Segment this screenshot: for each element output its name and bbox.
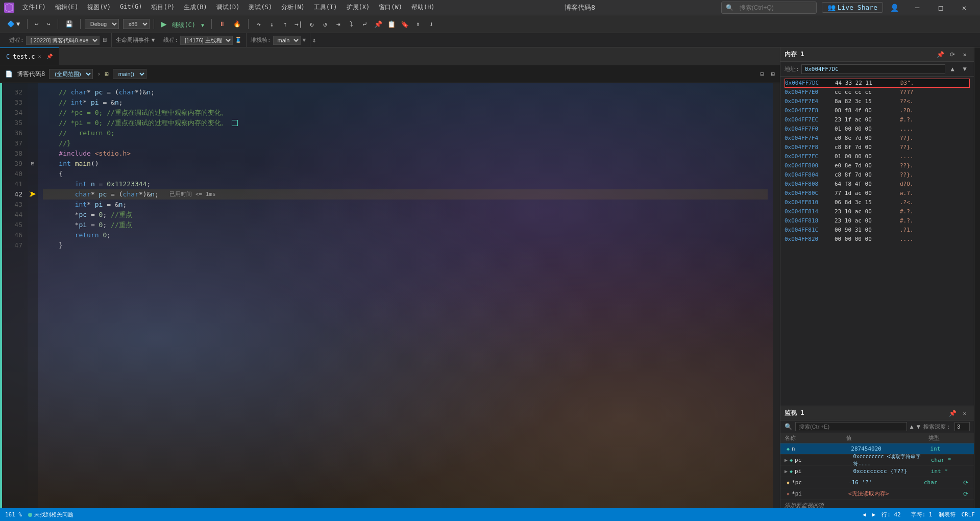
watch-panel-header: 监视 1 📌 ✕ — [780, 406, 974, 420]
stack-expand-icon[interactable]: ⇕ — [312, 37, 316, 44]
step-over-button[interactable]: ↷ — [253, 18, 265, 30]
scroll-right-btn[interactable]: ▶ — [872, 511, 876, 518]
debug-more-1[interactable]: ↻ — [306, 18, 318, 30]
redo-button[interactable]: ↪ — [43, 19, 53, 29]
debug-more-10[interactable]: ⬇ — [425, 18, 437, 30]
user-profile-button[interactable]: 👤 — [888, 2, 900, 14]
close-button[interactable]: ✕ — [952, 0, 976, 15]
restart-button[interactable]: 🔥 — [230, 19, 244, 29]
debug-more-4[interactable]: ⤵ — [346, 18, 358, 30]
menu-window[interactable]: 窗口(W) — [375, 2, 406, 13]
debug-more-2[interactable]: ↺ — [319, 18, 331, 30]
new-project-button[interactable]: 🔷 ▼ — [4, 19, 23, 29]
tab-info[interactable]: 制表符 — [939, 511, 955, 518]
watch-expand-pc[interactable]: ▶ — [785, 457, 788, 463]
menu-project[interactable]: 项目(P) — [147, 2, 179, 13]
mem-addr-16: 0x004FF81C — [785, 226, 830, 235]
watch-item-deref-pi[interactable]: ✕ *pi <无法读取内存> ⟳ — [780, 488, 974, 500]
debug-more-6[interactable]: 📌 — [372, 18, 384, 30]
zoom-level[interactable]: 161 % — [5, 511, 22, 518]
memory-content[interactable]: 0x004FF7DC 44 33 22 11 D3". 0x004FF7E0 c… — [780, 77, 974, 406]
watch-refresh-deref-pi[interactable]: ⟳ — [962, 490, 970, 498]
memory-address-input[interactable] — [801, 64, 945, 74]
row-col-info[interactable]: 行: 42 字符: 1 — [881, 511, 932, 518]
tab-test-c[interactable]: C test.c ✕ 📌 — [0, 47, 59, 65]
process-label: 进程: — [9, 36, 24, 44]
continue-button[interactable]: ▶ 继续(C) ▼ — [158, 18, 207, 30]
mem-bytes-5: 01 00 00 00 — [835, 125, 896, 134]
debug-more-7[interactable]: 📋 — [385, 18, 398, 30]
code-content[interactable]: // char* pc = (char*)&n; // int* pi = &n… — [38, 83, 773, 508]
stack-select[interactable]: main — [273, 36, 301, 45]
memory-refresh-button[interactable]: ⟳ — [947, 49, 958, 60]
tab-pin-button[interactable]: 📌 — [46, 54, 53, 59]
debug-more-3[interactable]: ⇥ — [332, 18, 345, 30]
memory-nav-up-button[interactable]: ▲ — [947, 64, 958, 74]
watch-refresh-deref-pc[interactable]: ⟳ — [962, 479, 970, 487]
watch-add-item[interactable]: 添加要监视的项 — [780, 500, 974, 508]
menu-git[interactable]: Git(G) — [116, 2, 146, 13]
menu-view[interactable]: 视图(V) — [83, 2, 115, 13]
stack-label: 堆栈帧: — [251, 36, 271, 44]
debug-config-select[interactable]: Debug — [85, 19, 119, 29]
menu-help[interactable]: 帮助(H) — [407, 2, 439, 13]
debug-more-9[interactable]: ⬆ — [412, 18, 424, 30]
tab-close-button[interactable]: ✕ — [38, 54, 41, 59]
minimize-button[interactable]: ─ — [905, 0, 929, 15]
watch-name-deref-pc: *pc — [792, 479, 848, 486]
mem-row-12: 0x004FF80C 77 1d ac 00 w.?. — [785, 189, 970, 198]
watch-val-deref-pc: -16 '?' — [848, 479, 924, 486]
collapse-all-button[interactable]: ⊟ — [761, 70, 764, 78]
undo-button[interactable]: ↩ — [32, 19, 41, 29]
watch-panel-actions: 📌 ✕ — [947, 408, 970, 418]
debug-more-8[interactable]: 🔖 — [399, 18, 411, 30]
debug-more-5[interactable]: ⤶ — [359, 18, 371, 30]
step-out-button[interactable]: ↑ — [279, 18, 291, 30]
menu-tools[interactable]: 工具(T) — [310, 2, 341, 13]
title-search-input[interactable] — [736, 3, 812, 12]
mem-chars-17: .... — [900, 235, 914, 244]
menu-build[interactable]: 生成(B) — [180, 2, 211, 13]
run-to-cursor-button[interactable]: →| — [292, 18, 305, 30]
menu-test[interactable]: 测试(S) — [244, 2, 276, 13]
search-up-button[interactable]: ▲ — [910, 423, 914, 430]
watch-item-pc[interactable]: ▶ ◆ pc 0xcccccccc <读取字符串字符-... char * — [780, 455, 974, 466]
menu-file[interactable]: 文件(F) — [18, 2, 50, 13]
memory-pin-button[interactable]: 📌 — [935, 49, 945, 60]
menu-edit[interactable]: 编辑(E) — [51, 2, 83, 13]
watch-item-pi[interactable]: ▶ ◆ pi 0xcccccccc {???} int * — [780, 466, 974, 477]
watch-item-deref-pc[interactable]: ◆ *pc -16 '?' char ⟳ — [780, 477, 974, 488]
editor-scrollbar[interactable] — [773, 83, 780, 508]
toolbar-separator-5 — [211, 19, 212, 29]
expand-icon-39[interactable]: ⊟ — [31, 159, 35, 169]
arch-select[interactable]: x86 — [123, 19, 150, 29]
watch-close-button[interactable]: ✕ — [960, 408, 970, 418]
split-editor-button[interactable]: ⊞ — [771, 70, 775, 78]
watch-search-input[interactable] — [795, 422, 907, 431]
save-button[interactable]: 💾 — [62, 19, 76, 29]
menu-extensions[interactable]: 扩展(X) — [342, 2, 374, 13]
line-num-45: 45 — [2, 220, 28, 230]
search-down-button[interactable]: ▼ — [917, 423, 920, 430]
line-ending-info[interactable]: CRLF — [962, 511, 975, 518]
status-right: ◀ ▶ 行: 42 字符: 1 制表符 CRLF — [863, 511, 975, 518]
memory-nav-down-button[interactable]: ▼ — [960, 64, 970, 74]
scope-select[interactable]: (全局范围) — [49, 69, 93, 79]
thread-select[interactable]: [14176] 主线程 — [180, 36, 233, 45]
line-numbers: 32 33 34 35 36 37 38 39 40 41 42 43 44 4… — [2, 83, 28, 508]
watch-pin-button[interactable]: 📌 — [947, 408, 958, 418]
menu-analyze[interactable]: 分析(N) — [277, 2, 309, 13]
function-select[interactable]: main() — [113, 69, 146, 79]
code-line-36: // return 0; — [43, 128, 768, 138]
toolbar-separator-3 — [80, 19, 81, 29]
process-select[interactable]: [ 20228] 博客代码8.exe — [26, 36, 100, 45]
memory-close-button[interactable]: ✕ — [960, 49, 970, 60]
scroll-left-btn[interactable]: ◀ — [863, 511, 866, 518]
watch-expand-pi[interactable]: ▶ — [785, 468, 788, 474]
stop-button[interactable]: ⏸ — [216, 19, 228, 29]
search-depth-input[interactable] — [954, 422, 970, 431]
maximize-button[interactable]: □ — [929, 0, 952, 15]
step-into-button[interactable]: ↓ — [266, 18, 278, 30]
live-share-button[interactable]: 👥 Live Share — [822, 2, 883, 13]
menu-debug[interactable]: 调试(D) — [212, 2, 244, 13]
